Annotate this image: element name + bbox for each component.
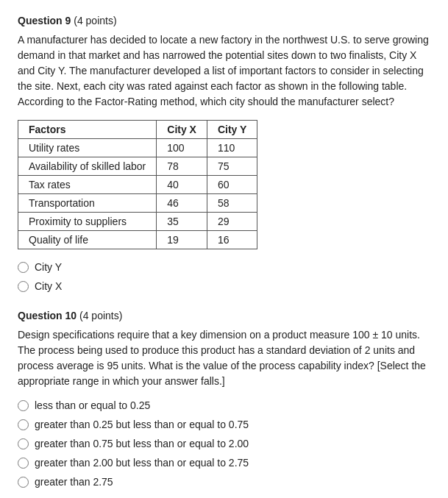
q10-option-1-label: less than or equal to 0.25 xyxy=(35,399,150,411)
q10-option-5[interactable]: greater than 2.75 xyxy=(18,476,430,488)
table-cell: 60 xyxy=(207,176,257,194)
table-cell: Utility rates xyxy=(18,139,157,157)
q10-option-1[interactable]: less than or equal to 0.25 xyxy=(18,399,430,411)
q9-option-2[interactable]: City X xyxy=(18,280,430,292)
table-cell: 58 xyxy=(207,194,257,213)
table-cell: 75 xyxy=(207,157,257,176)
q9-option-1[interactable]: City Y xyxy=(18,261,430,273)
q9-radio-1[interactable] xyxy=(18,262,29,273)
table-cell: 78 xyxy=(157,157,207,176)
table-row: Tax rates4060 xyxy=(18,176,257,194)
table-cell: Tax rates xyxy=(18,176,157,194)
q10-option-2[interactable]: greater than 0.25 but less than or equal… xyxy=(18,419,430,430)
question-9: Question 9 (4 points) A manufacturer has… xyxy=(18,15,430,292)
table-cell: Transportation xyxy=(18,194,157,213)
q10-option-5-label: greater than 2.75 xyxy=(35,476,113,488)
q10-radio-5[interactable] xyxy=(18,477,29,488)
table-cell: 100 xyxy=(157,139,207,157)
q10-option-3-label: greater than 0.75 but less than or equal… xyxy=(35,438,249,449)
q9-table: Factors City X City Y Utility rates10011… xyxy=(18,120,257,249)
table-row: Proximity to suppliers3529 xyxy=(18,213,257,231)
q10-points: (4 points) xyxy=(79,310,122,321)
q10-title-text: Question 10 xyxy=(18,310,77,321)
q9-radio-2[interactable] xyxy=(18,281,29,292)
table-cell: Quality of life xyxy=(18,231,157,249)
table-cell: 110 xyxy=(207,139,257,157)
table-cell: 29 xyxy=(207,213,257,231)
q10-title: Question 10 (4 points) xyxy=(18,310,430,321)
q10-option-3[interactable]: greater than 0.75 but less than or equal… xyxy=(18,438,430,449)
table-cell: 16 xyxy=(207,231,257,249)
q10-option-4-label: greater than 2.00 but less than or equal… xyxy=(35,457,249,469)
q10-radio-3[interactable] xyxy=(18,438,29,449)
table-row: Availability of skilled labor7875 xyxy=(18,157,257,176)
q10-body: Design specifications require that a key… xyxy=(18,327,430,389)
table-cell: Availability of skilled labor xyxy=(18,157,157,176)
q9-option-1-label: City Y xyxy=(35,261,62,273)
q9-body: A manufacturer has decided to locate a n… xyxy=(18,32,430,110)
col-city-y: City Y xyxy=(207,121,257,139)
question-10: Question 10 (4 points) Design specificat… xyxy=(18,310,430,488)
q10-option-4[interactable]: greater than 2.00 but less than or equal… xyxy=(18,457,430,469)
table-cell: 35 xyxy=(157,213,207,231)
table-cell: 46 xyxy=(157,194,207,213)
col-city-x: City X xyxy=(157,121,207,139)
table-cell: Proximity to suppliers xyxy=(18,213,157,231)
q9-title: Question 9 (4 points) xyxy=(18,15,430,26)
table-row: Utility rates100110 xyxy=(18,139,257,157)
q10-option-2-label: greater than 0.25 but less than or equal… xyxy=(35,419,249,430)
q9-title-text: Question 9 xyxy=(18,15,71,26)
q10-radio-4[interactable] xyxy=(18,458,29,469)
table-cell: 40 xyxy=(157,176,207,194)
q10-radio-1[interactable] xyxy=(18,400,29,411)
q9-points: (4 points) xyxy=(74,15,116,26)
q10-radio-2[interactable] xyxy=(18,419,29,430)
col-factors: Factors xyxy=(18,121,157,139)
q9-option-2-label: City X xyxy=(35,280,62,292)
table-cell: 19 xyxy=(157,231,207,249)
table-row: Quality of life1916 xyxy=(18,231,257,249)
table-row: Transportation4658 xyxy=(18,194,257,213)
